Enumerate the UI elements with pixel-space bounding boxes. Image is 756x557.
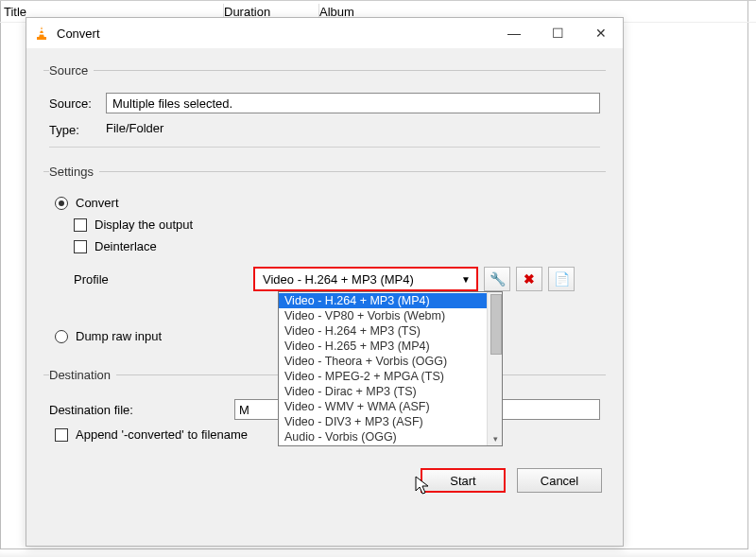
dialog-buttons: Start Cancel [43,468,606,493]
dropdown-option[interactable]: Video - H.265 + MP3 (MP4) [279,339,487,354]
radio-icon [55,197,68,210]
scrollbar[interactable]: ▾ [487,292,502,445]
convert-dialog: Convert — ☐ ✕ Source Source: Multiple fi… [26,17,624,547]
dropdown-options: Video - H.264 + MP3 (MP4)Video - VP80 + … [279,292,487,445]
profile-dropdown-list[interactable]: Video - H.264 + MP3 (MP4)Video - VP80 + … [278,291,503,446]
dialog-title: Convert [57,26,492,41]
svg-marker-0 [39,26,44,38]
settings-legend: Settings [49,165,99,179]
dropdown-option[interactable]: Video - DIV3 + MP3 (ASF) [279,414,487,429]
close-icon: ✕ [595,26,607,41]
x-icon: ✖ [524,271,535,287]
type-label: Type: [49,123,106,137]
append-converted-label: Append '-converted' to filename [76,427,248,442]
dump-raw-label: Dump raw input [76,329,162,343]
source-group: Source Source: Multiple files selected. … [43,63,606,153]
edit-profile-button[interactable]: 🔧 [484,267,510,291]
type-value: File/Folder [106,119,163,141]
profile-label: Profile [74,272,253,287]
convert-radio-label: Convert [76,196,119,210]
scroll-down-icon: ▾ [490,434,500,444]
dropdown-option[interactable]: Video - Dirac + MP3 (TS) [279,384,487,399]
source-legend: Source [49,63,94,78]
titlebar[interactable]: Convert — ☐ ✕ [26,18,623,48]
checkbox-icon [55,428,68,442]
maximize-icon: ☐ [552,26,564,41]
display-output-label: Display the output [94,218,193,232]
dropdown-option[interactable]: Video - H.264 + MP3 (TS) [279,323,487,339]
chevron-down-icon: ▼ [461,274,471,285]
delete-profile-button[interactable]: ✖ [516,267,542,291]
svg-rect-2 [40,29,43,31]
cancel-button[interactable]: Cancel [517,468,602,493]
destination-legend: Destination [49,368,116,382]
checkbox-icon [74,240,87,253]
minimize-icon: — [507,26,521,41]
wrench-icon: 🔧 [490,271,506,287]
display-output-checkbox[interactable]: Display the output [74,218,600,232]
minimize-button[interactable]: — [492,18,536,48]
start-button[interactable]: Start [421,468,506,493]
close-button[interactable]: ✕ [579,18,623,48]
new-profile-button[interactable]: 📄 [548,267,575,291]
dropdown-option[interactable]: Video - Theora + Vorbis (OGG) [279,354,487,369]
settings-group: Settings Convert Display the output Dein… [43,165,606,357]
source-input[interactable]: Multiple files selected. [106,93,600,113]
destination-file-label: Destination file: [49,403,234,417]
radio-icon [55,330,68,343]
deinterlace-checkbox[interactable]: Deinterlace [74,239,600,253]
dropdown-option[interactable]: Video - H.264 + MP3 (MP4) [279,293,487,308]
window-buttons: — ☐ ✕ [492,18,623,48]
divider [49,147,600,148]
dropdown-option[interactable]: Audio - Vorbis (OGG) [279,429,487,444]
svg-rect-3 [39,33,43,35]
profile-combobox[interactable]: Video - H.264 + MP3 (MP4) ▼ [253,267,478,291]
checkbox-icon [74,218,87,232]
source-label: Source: [49,96,106,111]
page-shadow [0,549,756,557]
profile-selected-text: Video - H.264 + MP3 (MP4) [263,272,414,287]
deinterlace-label: Deinterlace [94,239,157,253]
dropdown-option[interactable]: Video - MPEG-2 + MPGA (TS) [279,369,487,384]
vlc-cone-icon [34,26,49,41]
svg-rect-1 [37,37,46,40]
maximize-button[interactable]: ☐ [536,18,579,48]
dialog-body: Source Source: Multiple files selected. … [26,48,623,504]
dropdown-option[interactable]: Video - VP80 + Vorbis (Webm) [279,308,487,323]
profile-row: Profile Video - H.264 + MP3 (MP4) ▼ 🔧 ✖ … [74,267,600,291]
convert-radio[interactable]: Convert [55,196,600,210]
new-doc-icon: 📄 [554,271,570,287]
dropdown-option[interactable]: Video - WMV + WMA (ASF) [279,399,487,414]
